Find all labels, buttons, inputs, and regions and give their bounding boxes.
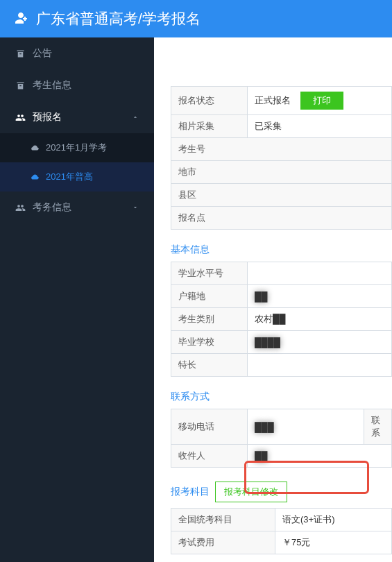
city-label: 地市 (171, 161, 392, 184)
photo-value: 已采集 (248, 115, 392, 138)
table-row: 地市 (171, 161, 392, 184)
main-content: 报名状态 正式报名 打印 相片采集 已采集 考生号 地市 县区 报名点 (154, 37, 392, 562)
table-row: 户籍地██ (171, 285, 392, 308)
table-row: 报名状态 正式报名 打印 (171, 87, 392, 115)
sidebar-subitem-2021-jan-exam[interactable]: 2021年1月学考 (0, 133, 154, 162)
table-row: 学业水平号 (171, 262, 392, 285)
table-row: 考生号 (171, 138, 392, 161)
candidate-id-label: 考生号 (171, 138, 392, 161)
cloud-icon (31, 143, 40, 153)
sidebar-item-exam-affairs[interactable]: 考务信息 (0, 191, 154, 223)
users-icon (15, 203, 26, 213)
table-row: 相片采集 已采集 (171, 115, 392, 138)
table-row: 考生类别农村██ (171, 308, 392, 331)
basic-info-table: 学业水平号 户籍地██ 考生类别农村██ 毕业学校████ 特长 (171, 262, 392, 377)
subjects-table: 全国统考科目语文(3+证书) 考试费用￥75元 (171, 508, 392, 554)
table-row: 特长 (171, 354, 392, 377)
print-button[interactable]: 打印 (300, 92, 343, 110)
modify-subjects-button[interactable]: 报考科目修改 (215, 482, 287, 502)
reg-point-label: 报名点 (171, 207, 392, 230)
cloud-icon (31, 172, 40, 182)
sidebar-item-label: 公告 (33, 47, 52, 60)
subjects-title: 报考科目 报考科目修改 (171, 482, 392, 502)
archive-icon (15, 49, 26, 59)
sidebar-item-pre-registration[interactable]: 预报名 (0, 101, 154, 133)
district-label: 县区 (171, 184, 392, 207)
status-label: 报名状态 (171, 87, 248, 115)
table-row: 考试费用￥75元 (171, 531, 392, 554)
contact-table: 移动电话 ███ 联系 收件人 ██ (171, 409, 392, 468)
status-value: 正式报名 打印 (248, 87, 392, 115)
sidebar-item-announcements[interactable]: 公告 (0, 37, 154, 69)
sidebar-item-candidate-info[interactable]: 考生信息 (0, 69, 154, 101)
chevron-up-icon (132, 112, 139, 123)
sidebar-subitem-label: 2021年1月学考 (46, 142, 107, 154)
sidebar-item-label: 预报名 (33, 111, 62, 124)
app-header: 广东省普通高考/学考报名 (0, 0, 392, 37)
table-row: 全国统考科目语文(3+证书) (171, 509, 392, 531)
user-add-icon (12, 10, 29, 28)
table-row: 收件人 ██ (171, 445, 392, 468)
sidebar-subitem-label: 2021年普高 (46, 171, 93, 183)
pre-registration-submenu: 2021年1月学考 2021年普高 (0, 133, 154, 191)
sidebar-item-label: 考务信息 (33, 201, 71, 214)
registration-status-table: 报名状态 正式报名 打印 相片采集 已采集 考生号 地市 县区 报名点 (171, 86, 392, 230)
contact-title: 联系方式 (171, 391, 392, 403)
chevron-down-icon (132, 202, 139, 213)
table-row: 移动电话 ███ 联系 (171, 409, 392, 445)
users-icon (15, 112, 26, 123)
photo-label: 相片采集 (171, 115, 248, 138)
sidebar-subitem-2021-gaokao[interactable]: 2021年普高 (0, 162, 154, 191)
table-row: 报名点 (171, 207, 392, 230)
table-row: 县区 (171, 184, 392, 207)
archive-icon (15, 80, 26, 91)
sidebar: 公告 考生信息 预报名 2021年1月学考 2021年普高 (0, 37, 154, 562)
page-title: 广东省普通高考/学考报名 (36, 9, 201, 28)
sidebar-item-label: 考生信息 (33, 79, 71, 92)
basic-info-title: 基本信息 (171, 244, 392, 256)
table-row: 毕业学校████ (171, 331, 392, 354)
